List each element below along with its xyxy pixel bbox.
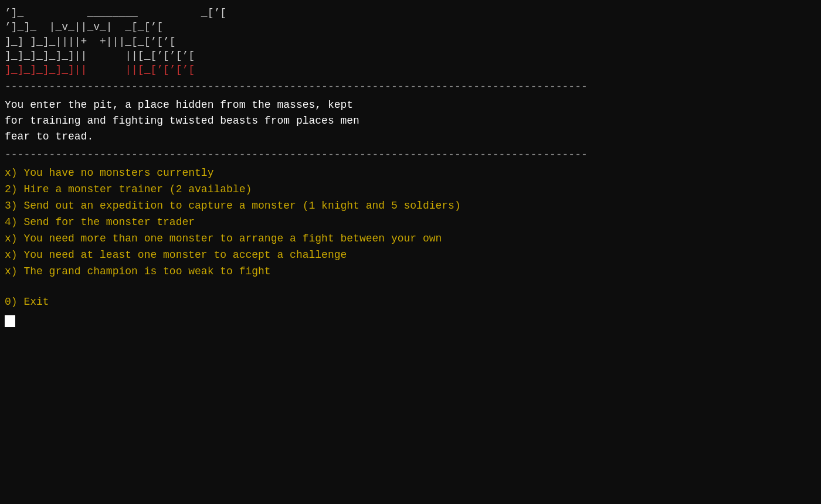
menu-item-hire-trainer[interactable]: 2) Hire a monster trainer (2 available) (5, 182, 816, 198)
top-divider: ----------------------------------------… (5, 79, 816, 95)
menu-item-monster-trader[interactable]: 4) Send for the monster trader (5, 214, 816, 231)
terminal-cursor (5, 315, 15, 327)
ascii-line-2: ’]_]_ |_v_||_v_| _[_[’[ (5, 20, 816, 34)
menu-item-no-monsters: x) You have no monsters currently (5, 165, 816, 182)
ascii-line-4: ]_]_]_]_]_]|| ||[_[’[’[’[ (5, 49, 816, 63)
menu-item-fight-own: x) You need more than one monster to arr… (5, 231, 816, 247)
menu-item-expedition[interactable]: 3) Send out an expedition to capture a m… (5, 198, 816, 214)
menu-item-accept-challenge: x) You need at least one monster to acce… (5, 247, 816, 264)
cursor-line (5, 315, 816, 327)
bottom-divider: ----------------------------------------… (5, 147, 816, 163)
menu-section: x) You have no monsters currently 2) Hir… (5, 165, 816, 280)
menu-item-exit[interactable]: 0) Exit (5, 294, 816, 311)
ascii-line-1: ’]_ ________ _[’[ (5, 6, 816, 20)
menu-item-champion-weak: x) The grand champion is too weak to fig… (5, 264, 816, 280)
ascii-art-header: ’]_ ________ _[’[ ’]_]_ |_v_||_v_| _[_[’… (5, 6, 816, 77)
location-description: You enter the pit, a place hidden from t… (5, 97, 816, 145)
ascii-line-5: ]_]_]_]_]_]|| ||[_[’[’[’[ (5, 63, 816, 77)
ascii-line-3: ]_] ]_]_||||+ +|||_[_[’[’[ (5, 35, 816, 49)
terminal-container: ’]_ ________ _[’[ ’]_]_ |_v_||_v_| _[_[’… (5, 6, 816, 327)
